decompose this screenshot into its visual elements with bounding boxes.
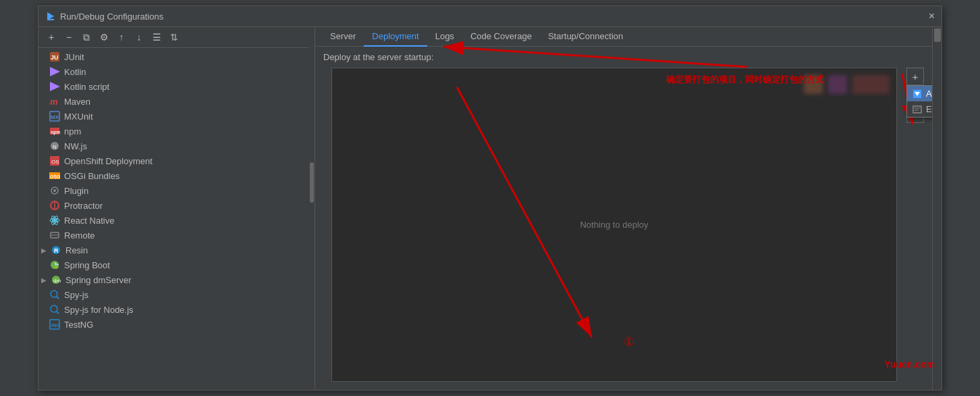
deploy-label: Deploy at the server startup: bbox=[315, 47, 932, 68]
remote-label: Remote bbox=[64, 230, 95, 241]
sidebar-item-maven[interactable]: m Maven bbox=[38, 94, 315, 109]
title-bar: Run/Debug Configurations × bbox=[38, 6, 942, 27]
resin-expand-arrow: ▶ bbox=[41, 247, 49, 254]
junit-label: JUnit bbox=[64, 52, 84, 62]
sidebar-item-protractor[interactable]: Protractor bbox=[38, 198, 315, 213]
add-deploy-wrapper: + Artifact... External Source... bbox=[906, 68, 924, 85]
sidebar-toolbar: + − ⧉ ⚙ ↑ ↓ ☰ ⇅ bbox=[38, 27, 315, 48]
spring-dmserver-label: Spring dmServer bbox=[65, 275, 132, 285]
tab-code-coverage[interactable]: Code Coverage bbox=[462, 27, 540, 47]
main-content: + − ⧉ ⚙ ↑ ↓ ☰ ⇅ JU JUnit bbox=[38, 27, 942, 390]
protractor-label: Protractor bbox=[64, 201, 103, 211]
tab-logs[interactable]: Logs bbox=[427, 27, 462, 47]
blurred-bg-icons bbox=[804, 75, 890, 94]
dropdown-external-source[interactable]: External Source... bbox=[907, 101, 932, 117]
sidebar-item-spring-boot[interactable]: 🍃 Spring Boot bbox=[38, 257, 315, 272]
svg-text:npm: npm bbox=[51, 130, 60, 135]
resin-label: Resin bbox=[65, 245, 88, 255]
title-bar-left: Run/Debug Configurations bbox=[45, 11, 163, 22]
svg-text:JU: JU bbox=[51, 54, 59, 61]
watermark: Yuucn.com bbox=[884, 359, 935, 370]
kotlin-script-icon bbox=[49, 81, 60, 92]
svg-rect-41 bbox=[913, 106, 921, 113]
artifact-icon bbox=[913, 89, 922, 99]
close-button[interactable]: × bbox=[929, 10, 935, 22]
maven-label: Maven bbox=[64, 97, 90, 107]
deploy-empty-text: Nothing to deploy bbox=[580, 220, 648, 230]
tab-startup-connection[interactable]: Startup/Connection bbox=[540, 27, 631, 47]
add-config-button[interactable]: + bbox=[44, 30, 59, 45]
svg-text:OS: OS bbox=[51, 159, 59, 165]
kotlin-script-label: Kotlin script bbox=[64, 82, 109, 92]
mxunit-icon: MX bbox=[49, 111, 60, 122]
external-source-icon bbox=[913, 105, 922, 114]
sidebar-item-npm[interactable]: npm npm bbox=[38, 124, 315, 139]
copy-config-button[interactable]: ⧉ bbox=[79, 30, 94, 45]
spy-js-label: Spy-js bbox=[64, 290, 88, 300]
svg-text:N: N bbox=[53, 144, 57, 150]
right-panel: Server Deployment Logs Code Coverage Sta… bbox=[315, 27, 932, 390]
sidebar-item-junit[interactable]: JU JUnit bbox=[38, 49, 315, 64]
svg-point-18 bbox=[53, 189, 56, 192]
deploy-area: Deploy at the server startup: Nothing to… bbox=[315, 47, 932, 390]
sidebar-item-nwjs[interactable]: N NW.js bbox=[38, 139, 315, 153]
svg-point-21 bbox=[53, 219, 56, 222]
add-deploy-button[interactable]: + bbox=[906, 68, 924, 85]
resin-icon: R bbox=[51, 245, 61, 255]
npm-icon: npm bbox=[49, 126, 60, 137]
react-native-label: React Native bbox=[64, 216, 114, 226]
dialog-icon bbox=[45, 11, 56, 22]
sidebar-item-testng[interactable]: tNG TestNG bbox=[38, 317, 315, 332]
nwjs-label: NW.js bbox=[64, 141, 87, 151]
sidebar-item-mxunit[interactable]: MX MXUnit bbox=[38, 109, 315, 124]
sidebar-item-remote[interactable]: Remote bbox=[38, 228, 315, 243]
svg-text:R: R bbox=[54, 247, 59, 254]
tabs-bar: Server Deployment Logs Code Coverage Sta… bbox=[315, 27, 932, 47]
protractor-icon bbox=[49, 200, 60, 211]
move-up-button[interactable]: ↑ bbox=[114, 30, 129, 45]
sidebar-item-spy-js[interactable]: Spy-js bbox=[38, 287, 315, 302]
svg-point-33 bbox=[51, 291, 57, 297]
sidebar-item-openshift[interactable]: OS OpenShift Deployment bbox=[38, 153, 315, 168]
testng-icon: tNG bbox=[49, 319, 60, 330]
settings-button[interactable]: ⚙ bbox=[97, 30, 111, 45]
openshift-icon: OS bbox=[49, 155, 60, 166]
npm-label: npm bbox=[64, 126, 81, 137]
move-down-button[interactable]: ↓ bbox=[132, 30, 146, 45]
move-button[interactable]: ☰ bbox=[149, 30, 164, 45]
tab-server[interactable]: Server bbox=[322, 27, 364, 47]
sort-button[interactable]: ⇅ bbox=[167, 30, 182, 45]
svg-point-35 bbox=[51, 305, 57, 312]
sidebar-item-react-native[interactable]: React Native bbox=[38, 213, 315, 228]
osgi-icon: OSG bbox=[49, 170, 60, 181]
spring-dmserver-expand-arrow: ▶ bbox=[41, 276, 49, 284]
sidebar-scrollbar[interactable] bbox=[309, 27, 315, 390]
spring-boot-label: Spring Boot bbox=[64, 260, 110, 270]
sidebar-item-resin[interactable]: ▶ R Resin bbox=[38, 243, 315, 257]
spy-js-node-icon bbox=[49, 304, 60, 315]
kotlin-icon bbox=[49, 66, 60, 77]
sidebar-item-spring-dmserver[interactable]: ▶ dm Spring dmServer bbox=[38, 272, 315, 287]
junit-icon: JU bbox=[49, 51, 60, 62]
svg-text:MX: MX bbox=[51, 114, 59, 120]
svg-rect-1 bbox=[47, 19, 54, 20]
sidebar-item-spy-js-node[interactable]: Spy-js for Node.js bbox=[38, 302, 315, 317]
sidebar-list[interactable]: JU JUnit Kotlin Kotlin script bbox=[38, 48, 315, 390]
plugin-label: Plugin bbox=[64, 186, 88, 196]
dropdown-artifact[interactable]: Artifact... bbox=[907, 86, 932, 101]
sidebar-scroll-thumb bbox=[310, 162, 314, 203]
sidebar-item-plugin[interactable]: Plugin bbox=[38, 183, 315, 198]
sidebar-item-kotlin[interactable]: Kotlin bbox=[38, 64, 315, 79]
deploy-content-area: Nothing to deploy bbox=[331, 68, 897, 382]
spy-js-node-label: Spy-js for Node.js bbox=[64, 305, 134, 315]
plugin-icon bbox=[49, 185, 60, 196]
sidebar-item-kotlin-script[interactable]: Kotlin script bbox=[38, 79, 315, 94]
run-debug-dialog: Run/Debug Configurations × + − ⧉ ⚙ ↑ ↓ ☰… bbox=[38, 5, 942, 391]
tab-deployment[interactable]: Deployment bbox=[364, 27, 427, 47]
sidebar-item-osgi[interactable]: OSG OSGi Bundles bbox=[38, 168, 315, 183]
svg-text:tNG: tNG bbox=[51, 323, 60, 328]
openshift-label: OpenShift Deployment bbox=[64, 156, 153, 166]
right-scrollbar-area[interactable] bbox=[932, 27, 942, 390]
remove-config-button[interactable]: − bbox=[61, 30, 76, 45]
remote-icon bbox=[49, 230, 60, 241]
